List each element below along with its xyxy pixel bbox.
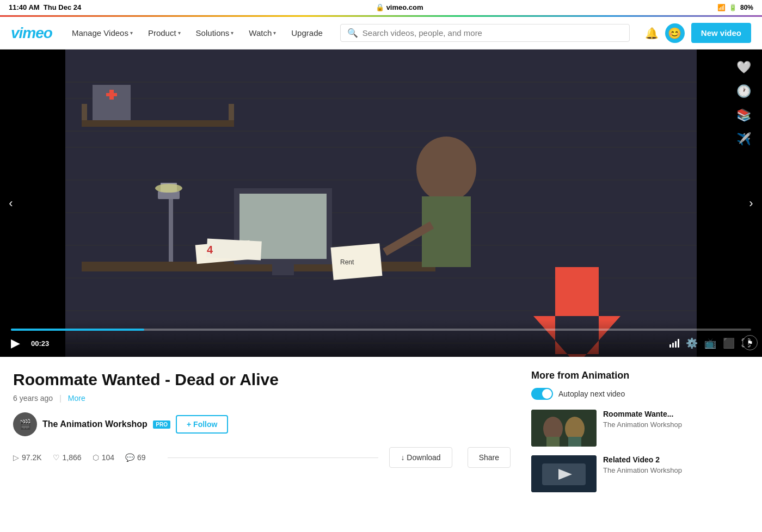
play-button[interactable]: ▶ xyxy=(11,336,20,350)
like-icon[interactable]: 🤍 xyxy=(736,60,751,75)
wifi-icon: 📶 xyxy=(717,4,726,11)
nav-solutions[interactable]: Solutions ▾ xyxy=(189,24,241,42)
svg-rect-18 xyxy=(169,196,173,262)
new-video-button[interactable]: New video xyxy=(691,23,751,43)
watch-later-icon[interactable]: 🕐 xyxy=(736,84,751,98)
svg-text:Rent: Rent xyxy=(340,258,354,266)
navbar: vimeo Manage Videos ▾ Product ▾ Solution… xyxy=(0,17,762,50)
separator: | xyxy=(59,394,62,403)
flag-button[interactable]: ⚑ xyxy=(742,335,758,350)
controls-row: ▶ 00:23 ⚙️ 📺 ⬛ ⛶ xyxy=(11,336,751,350)
collections-icon: ⬡ xyxy=(93,453,99,462)
svg-rect-13 xyxy=(82,104,87,120)
avatar[interactable]: 😊 xyxy=(665,23,685,43)
related-thumb-image-2 xyxy=(531,455,597,492)
related-title: Related Video 2 xyxy=(603,455,749,464)
autoplay-label: Autoplay next video xyxy=(558,389,625,398)
video-scene: 4 Rent xyxy=(0,50,762,357)
collections-icon[interactable]: 📚 xyxy=(736,108,751,122)
video-side-icons: 🤍 🕐 📚 ✈️ xyxy=(736,60,751,146)
related-item[interactable]: Related Video 2 The Animation Workshop xyxy=(531,455,749,492)
airplay-icon[interactable]: 📺 xyxy=(704,337,716,349)
settings-icon[interactable]: ⚙️ xyxy=(686,337,698,349)
svg-rect-32 xyxy=(331,243,383,280)
svg-rect-38 xyxy=(531,410,597,447)
progress-fill xyxy=(11,329,144,331)
pro-badge: PRO xyxy=(153,420,170,429)
prev-arrow[interactable]: ‹ xyxy=(0,187,22,220)
autoplay-toggle[interactable] xyxy=(531,388,553,400)
chevron-down-icon: ▾ xyxy=(130,30,133,36)
content-area: Roommate Wanted - Dead or Alive 6 years … xyxy=(0,357,762,523)
autoplay-row: Autoplay next video xyxy=(531,388,749,400)
system-icons: 📶 🔋 80% xyxy=(717,4,753,11)
related-author: The Animation Workshop xyxy=(603,466,749,474)
svg-rect-27 xyxy=(206,238,262,260)
related-item[interactable]: Roommate Wante... The Animation Workshop xyxy=(531,410,749,447)
time-date: 11:40 AM Thu Dec 24 xyxy=(9,3,81,11)
related-thumb xyxy=(531,410,597,447)
controls-right: ⚙️ 📺 ⬛ ⛶ xyxy=(669,337,751,349)
time-display: 00:23 xyxy=(27,338,53,349)
chevron-down-icon: ▾ xyxy=(231,30,233,36)
nav-right: 🔔 😊 New video xyxy=(645,23,751,43)
author-avatar[interactable]: 🎬 xyxy=(13,412,37,436)
controls-left: ▶ 00:23 xyxy=(11,336,53,350)
video-controls: ▶ 00:23 ⚙️ 📺 ⬛ ⛶ xyxy=(0,320,762,357)
video-background: 4 Rent xyxy=(0,50,762,357)
search-bar[interactable]: 🔍 xyxy=(340,24,630,42)
next-arrow[interactable]: › xyxy=(740,187,762,220)
nav-upgrade[interactable]: Upgrade xyxy=(285,24,329,42)
svg-rect-42 xyxy=(568,437,581,447)
play-icon: ▷ xyxy=(13,453,19,462)
author-name: The Animation Workshop xyxy=(42,419,148,429)
comments-stat: 💬 69 xyxy=(125,453,146,462)
more-link[interactable]: More xyxy=(68,394,85,403)
related-thumb xyxy=(531,455,597,492)
related-title: Roommate Wante... xyxy=(603,410,749,418)
svg-rect-12 xyxy=(82,120,234,127)
search-input[interactable] xyxy=(362,28,623,38)
svg-rect-34 xyxy=(555,267,599,316)
battery-icon: 🔋 xyxy=(729,4,737,11)
related-info: Related Video 2 The Animation Workshop xyxy=(603,455,749,492)
svg-rect-30 xyxy=(422,196,471,267)
share-icon[interactable]: ✈️ xyxy=(736,132,751,146)
share-button[interactable]: Share xyxy=(468,447,511,468)
svg-rect-17 xyxy=(109,90,114,100)
svg-point-29 xyxy=(416,137,476,202)
video-title: Roommate Wanted - Dead or Alive xyxy=(13,370,515,389)
divider xyxy=(168,457,379,458)
vimeo-logo[interactable]: vimeo xyxy=(11,24,52,42)
svg-rect-14 xyxy=(229,104,234,120)
nav-product[interactable]: Product ▾ xyxy=(142,24,187,42)
bell-icon[interactable]: 🔔 xyxy=(645,27,659,40)
volume-icon[interactable] xyxy=(669,339,679,348)
stats-row: ▷ 97.2K ♡ 1,866 ⬡ 104 💬 69 ↓ Download Sh… xyxy=(13,447,515,468)
video-player: 4 Rent ‹ › 🤍 🕐 📚 ✈️ xyxy=(0,50,762,357)
lock-icon: 🔒 xyxy=(376,3,384,11)
views-stat: ▷ 97.2K xyxy=(13,453,42,462)
sidebar-title: More from Animation xyxy=(531,370,749,381)
comment-icon: 💬 xyxy=(125,453,134,462)
progress-bar[interactable] xyxy=(11,329,751,331)
author-info: The Animation Workshop PRO xyxy=(42,419,170,429)
svg-rect-25 xyxy=(272,264,294,275)
pip-icon[interactable]: ⬛ xyxy=(723,337,735,349)
collections-stat: ⬡ 104 xyxy=(93,453,114,462)
svg-rect-40 xyxy=(546,437,560,447)
svg-point-21 xyxy=(155,184,182,193)
toggle-knob xyxy=(542,389,552,399)
status-bar: 11:40 AM Thu Dec 24 🔒 vimeo.com 📶 🔋 80% xyxy=(0,0,762,15)
related-info: Roommate Wante... The Animation Workshop xyxy=(603,410,749,447)
svg-text:4: 4 xyxy=(207,244,213,256)
chevron-down-icon: ▾ xyxy=(178,30,181,36)
follow-button[interactable]: + Follow xyxy=(176,415,228,434)
nav-watch[interactable]: Watch ▾ xyxy=(242,24,282,42)
likes-stat: ♡ 1,866 xyxy=(53,453,82,462)
sidebar: More from Animation Autoplay next video … xyxy=(531,370,749,501)
download-button[interactable]: ↓ Download xyxy=(389,447,452,468)
video-meta: 6 years ago | More xyxy=(13,394,515,403)
url-bar[interactable]: 🔒 vimeo.com xyxy=(376,3,423,11)
nav-manage-videos[interactable]: Manage Videos ▾ xyxy=(65,24,139,42)
